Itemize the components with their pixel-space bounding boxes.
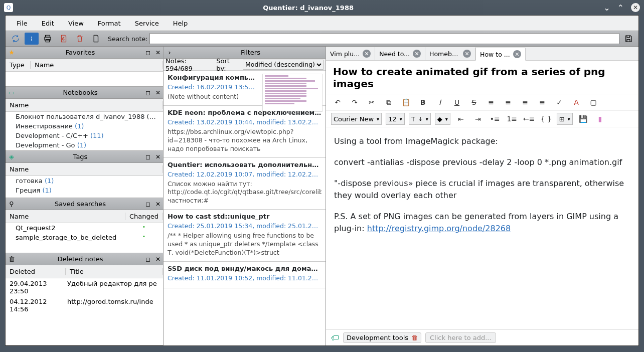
indent-decrease-button[interactable]: ⇤ xyxy=(454,113,467,125)
saved-restore-button[interactable]: ◻ xyxy=(143,201,153,208)
menu-file[interactable]: File xyxy=(10,18,35,29)
underline-button[interactable]: U xyxy=(450,96,463,108)
fill-select[interactable]: ◆▾ xyxy=(435,113,450,125)
note-title[interactable]: How to create animated gif from a series… xyxy=(326,61,638,94)
note-tag[interactable]: Development tools🗑 xyxy=(343,332,421,343)
bold-button[interactable]: B xyxy=(416,96,429,108)
menu-format[interactable]: Format xyxy=(91,18,128,29)
editor-tab[interactable]: How to ...✕ xyxy=(475,48,526,61)
deleted-col-date[interactable]: Deleted xyxy=(6,268,66,275)
favorites-close-button[interactable]: ✕ xyxy=(153,49,163,56)
notebooks-list: Блокнот пользователя d_ivanov_1988 (594)… xyxy=(6,112,163,150)
font-size-select[interactable]: 12▾ xyxy=(386,113,405,125)
outdent-button[interactable]: ←≡ xyxy=(523,113,536,125)
info-button[interactable] xyxy=(25,33,39,45)
note-list-item[interactable]: Конфигурация компьюте... Created: 16.02.… xyxy=(164,71,326,106)
favorites-restore-button[interactable]: ◻ xyxy=(143,49,153,56)
strike-button[interactable]: S xyxy=(467,96,480,108)
note-list-item[interactable]: How to cast std::unique_ptr Created: 25.… xyxy=(164,210,326,262)
table-button[interactable]: ⊞▾ xyxy=(557,113,573,125)
menu-view[interactable]: View xyxy=(61,18,91,29)
saved-search-item[interactable]: Qt_request2• xyxy=(6,223,163,233)
window-minimize-button[interactable]: ⌄ xyxy=(603,3,610,13)
saved-search-item[interactable]: sample_storage_to_be_deleted• xyxy=(6,233,163,242)
menu-edit[interactable]: Edit xyxy=(35,18,61,29)
saved-col-name[interactable]: Name xyxy=(6,213,125,220)
save-note-button[interactable]: 💾 xyxy=(577,113,590,125)
deleted-restore-button[interactable]: ◻ xyxy=(143,256,153,263)
tags-close-button[interactable]: ✕ xyxy=(153,153,163,160)
new-note-button[interactable] xyxy=(89,33,103,45)
close-icon[interactable]: ✕ xyxy=(463,50,471,58)
notebook-item[interactable]: Development - Go (1) xyxy=(6,140,163,150)
close-icon[interactable]: ✕ xyxy=(413,50,421,58)
align-center-button[interactable]: ≡ xyxy=(502,96,515,108)
editor-link[interactable]: http://registry.gimp.org/node/28268 xyxy=(367,224,511,233)
undo-button[interactable]: ↶ xyxy=(331,96,344,108)
list-bullet-button[interactable]: •≡ xyxy=(489,113,502,125)
favorites-panel: ★ Favorites ◻ ✕ Type Name xyxy=(6,47,163,87)
deleted-col-title[interactable]: Title xyxy=(66,268,163,275)
code-block-button[interactable]: { } xyxy=(540,113,553,125)
tag-item[interactable]: Греция (1) xyxy=(6,186,163,195)
remove-tag-icon[interactable]: 🗑 xyxy=(411,334,418,341)
deleted-close-button[interactable]: ✕ xyxy=(153,256,163,263)
sync-button[interactable] xyxy=(9,33,23,45)
editor-tab[interactable]: Need to...✕ xyxy=(375,47,425,60)
note-list-item[interactable]: KDE neon: проблема с переключением ок...… xyxy=(164,106,326,158)
align-justify-button[interactable]: ≡ xyxy=(536,96,549,108)
tags-title: Tags xyxy=(18,153,143,160)
note-list-item[interactable]: Quentier: использовать дополнительны... … xyxy=(164,158,326,210)
close-icon[interactable]: ✕ xyxy=(363,50,371,58)
close-icon[interactable]: ✕ xyxy=(513,50,521,58)
list-number-button[interactable]: 1≡ xyxy=(506,113,519,125)
print-button[interactable] xyxy=(41,33,55,45)
window-maximize-button[interactable]: ⌃ xyxy=(617,3,624,13)
menu-help[interactable]: Help xyxy=(166,18,195,29)
cut-button[interactable]: ✂ xyxy=(365,96,378,108)
delete-button[interactable] xyxy=(73,33,87,45)
chevron-right-icon[interactable]: › xyxy=(164,49,176,56)
note-list-item[interactable]: SSD диск под винду/макось для домашн... … xyxy=(164,262,326,288)
indent-increase-button[interactable]: ⇥ xyxy=(471,113,485,125)
deleted-item[interactable]: 29.04.2013 23:50Удобный редактор для ре xyxy=(6,278,163,296)
font-family-select[interactable]: Courier New▾ xyxy=(331,113,382,125)
deleted-item[interactable]: 04.12.2012 14:56http://gorod.tomsk.ru/in… xyxy=(6,296,163,314)
tags-restore-button[interactable]: ◻ xyxy=(143,153,153,160)
saved-close-button[interactable]: ✕ xyxy=(153,201,163,208)
save-button[interactable] xyxy=(621,33,635,45)
attach-button[interactable]: ▮ xyxy=(594,113,607,125)
notes-count: Notes: 594/689 xyxy=(166,57,214,72)
notebooks-restore-button[interactable]: ◻ xyxy=(143,89,153,96)
italic-button[interactable]: I xyxy=(433,96,446,108)
search-input[interactable] xyxy=(149,33,619,44)
menu-service[interactable]: Service xyxy=(128,18,166,29)
text-style-select[interactable]: T↓▾ xyxy=(409,113,431,125)
editor-tab[interactable]: Homebre...✕ xyxy=(425,47,475,60)
copy-button[interactable]: ⧉ xyxy=(382,96,395,108)
checkmark-button[interactable]: ✓ xyxy=(553,96,566,108)
notebook-item[interactable]: Блокнот пользователя d_ivanov_1988 (594) xyxy=(6,112,163,121)
notebooks-close-button[interactable]: ✕ xyxy=(153,89,163,96)
align-right-button[interactable]: ≡ xyxy=(519,96,532,108)
saved-col-changed[interactable]: Changed xyxy=(125,213,163,220)
app-icon: Q xyxy=(4,3,13,12)
tag-item[interactable]: готовка (1) xyxy=(6,176,163,186)
editor-tab[interactable]: Vim plu...✕ xyxy=(326,47,375,60)
align-left-button[interactable]: ≡ xyxy=(485,96,498,108)
notebook-item[interactable]: Development - C/C++ (11) xyxy=(6,131,163,140)
favorites-col-name[interactable]: Name xyxy=(31,61,163,69)
paste-button[interactable]: 📋 xyxy=(399,96,412,108)
sort-select[interactable]: Modified (descending) xyxy=(243,60,324,70)
editor-body[interactable]: Using a tool from ImageMagick package: c… xyxy=(326,127,638,329)
pdf-button[interactable] xyxy=(57,33,71,45)
redo-button[interactable]: ↷ xyxy=(348,96,361,108)
window-close-button[interactable]: ✕ xyxy=(631,3,640,12)
notebooks-col-name[interactable]: Name xyxy=(6,101,163,109)
tags-col-name[interactable]: Name xyxy=(6,165,163,173)
favorites-col-type[interactable]: Type xyxy=(6,61,31,69)
notebook-item[interactable]: Инвестирование (1) xyxy=(6,121,163,131)
font-color-button[interactable]: A xyxy=(570,96,583,108)
highlight-button[interactable]: ▢ xyxy=(587,96,600,108)
add-tag-input[interactable]: Click here to add... xyxy=(425,332,496,343)
